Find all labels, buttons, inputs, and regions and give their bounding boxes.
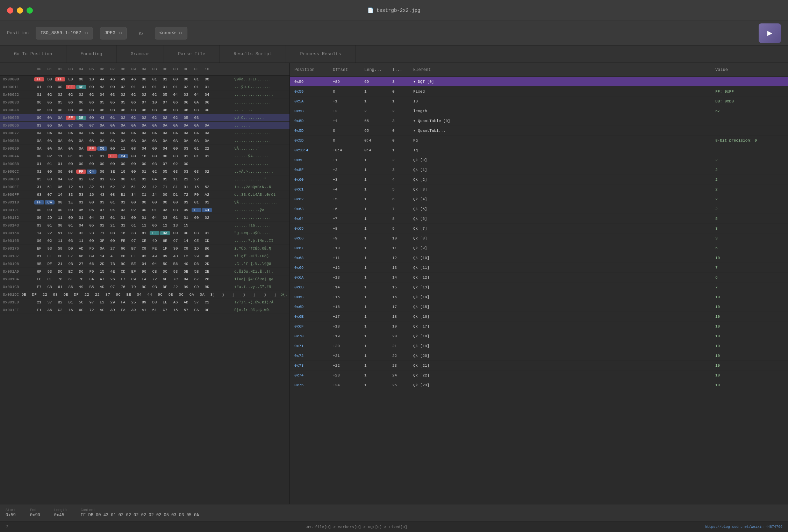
hex-byte[interactable]: 03 [171, 170, 180, 174]
hex-byte[interactable]: 0A [197, 293, 207, 297]
hex-byte[interactable]: 0A [66, 146, 76, 151]
hex-byte[interactable]: 1D [192, 246, 201, 251]
hex-row[interactable]: 0x000EE31610612A132416213512342718191155… [0, 183, 289, 191]
hex-byte[interactable]: 08 [171, 208, 180, 212]
hex-byte[interactable]: 02 [76, 177, 86, 181]
maximize-button[interactable] [27, 7, 33, 14]
hex-byte[interactable]: F1 [34, 308, 44, 312]
hex-byte[interactable]: 1A [66, 308, 76, 312]
hex-byte[interactable]: 00 [181, 162, 191, 166]
hex-byte[interactable]: DF [160, 285, 170, 289]
hex-byte[interactable]: 0A [192, 131, 201, 135]
hex-byte[interactable]: 9C [118, 262, 128, 266]
hex-byte[interactable]: 04 [76, 223, 86, 228]
hex-byte[interactable]: 24 [150, 193, 159, 197]
hex-row[interactable]: 0x00000FFD8FFE000104A4649460001010000010… [0, 76, 289, 83]
hex-byte[interactable]: 0A [192, 123, 201, 128]
hex-byte[interactable]: 2D [202, 262, 212, 266]
hex-byte[interactable]: 76 [55, 277, 65, 281]
hex-byte[interactable]: j [218, 293, 228, 297]
hex-byte[interactable]: 76 [118, 285, 128, 289]
hex-byte[interactable]: EE [45, 254, 55, 258]
hex-byte[interactable]: 08 [150, 108, 159, 112]
hex-byte[interactable]: 00 [150, 200, 159, 204]
hex-byte[interactable]: 0A [160, 123, 170, 128]
hex-row[interactable]: 0x00132002D11000104030101000104030101000… [0, 214, 289, 222]
hex-byte[interactable]: 01 [97, 154, 107, 158]
results-row[interactable]: 0x65+819 Qk [7]3 [290, 224, 788, 233]
play-button[interactable]: ▶ [759, 23, 781, 43]
hex-byte[interactable]: 01 [139, 85, 149, 89]
hex-row[interactable]: 0x000770A0A0A0A0A0A0A0A0A0A0A0A0A0A0A0A0… [0, 129, 289, 137]
hex-byte[interactable]: 03 [181, 170, 191, 174]
hex-byte[interactable]: 66 [118, 246, 128, 251]
hex-byte[interactable]: 02 [55, 93, 65, 97]
hex-byte[interactable]: 00 [34, 154, 44, 158]
hex-byte[interactable]: j [271, 293, 280, 297]
hex-byte[interactable]: 01 [108, 200, 117, 204]
hex-byte[interactable]: 0A [45, 131, 55, 135]
results-row[interactable]: 0x69+12113 Qk [11]7 [290, 263, 788, 273]
hex-byte[interactable]: 15 [171, 308, 180, 312]
hex-byte[interactable]: FF [34, 200, 44, 204]
hex-byte[interactable]: 06 [34, 100, 44, 105]
hex-byte[interactable]: 03 [97, 200, 107, 204]
hex-byte[interactable]: 93 [171, 269, 180, 274]
hex-byte[interactable]: 23 [139, 185, 149, 189]
hex-byte[interactable]: 37 [45, 300, 55, 304]
hex-byte[interactable]: 05 [97, 100, 107, 105]
hex-row[interactable]: 0x001CBF7C8618649B5AD9776799C9BDF2299C9B… [0, 283, 289, 291]
hex-byte[interactable]: 00 [34, 208, 44, 212]
hex-row[interactable]: 0x0006603050A0706070A0A0A0A0A0A0A0A0A0A0… [0, 122, 289, 129]
hex-body[interactable]: 0x00000FFD8FFE000104A4649460001010000010… [0, 76, 289, 504]
hex-byte[interactable]: 00 [171, 77, 180, 81]
hex-byte[interactable]: 4E [108, 269, 117, 274]
hex-byte[interactable]: 02 [150, 93, 159, 97]
hex-byte[interactable]: 00 [45, 170, 55, 174]
hex-byte[interactable]: 0A [139, 131, 149, 135]
hex-byte[interactable]: B9 [87, 254, 96, 258]
hex-byte[interactable]: 02 [87, 177, 96, 181]
hex-byte[interactable]: 63 [34, 193, 44, 197]
hex-byte[interactable]: 08 [76, 108, 86, 112]
hex-byte[interactable]: 34 [129, 193, 138, 197]
hex-byte[interactable]: 01 [192, 200, 201, 204]
hex-byte[interactable]: 01 [192, 85, 201, 89]
hex-byte[interactable]: 25 [129, 300, 138, 304]
hex-byte[interactable]: 9C [139, 285, 149, 289]
hex-byte[interactable]: 37 [192, 300, 201, 304]
hex-row[interactable]: 0x001FEF1A6C21A6C72ACADFAA9A161C71557EA9… [0, 306, 289, 314]
hex-byte[interactable]: 81 [139, 231, 149, 235]
hex-byte[interactable]: 02 [129, 93, 138, 97]
hex-byte[interactable]: 08 [66, 108, 76, 112]
hex-byte[interactable]: B1 [118, 193, 128, 197]
hex-byte[interactable]: 0A [108, 123, 117, 128]
hex-byte[interactable]: 0A [66, 139, 76, 143]
hex-byte[interactable]: 00 [108, 85, 117, 89]
hex-byte[interactable]: 66 [87, 262, 96, 266]
hex-byte[interactable]: 03 [192, 116, 201, 120]
hex-byte[interactable]: 04 [171, 93, 180, 97]
hex-byte[interactable]: 00 [192, 216, 201, 220]
hex-row[interactable]: 0x000FF6307143353164308B134C12400D172F0A… [0, 191, 289, 199]
hex-byte[interactable]: C1 [139, 193, 149, 197]
results-row[interactable]: 0x5D:4+0:40:41 Tq [290, 145, 788, 155]
hex-byte[interactable]: B6 [171, 262, 180, 266]
hex-byte[interactable]: 0A [150, 123, 159, 128]
hex-byte[interactable]: 00 [87, 85, 96, 89]
hex-byte[interactable]: 11 [76, 239, 86, 243]
hex-byte[interactable]: 03 [160, 216, 170, 220]
hex-byte[interactable]: 01 [192, 146, 201, 151]
hex-byte[interactable]: 01 [108, 216, 117, 220]
results-row[interactable]: 0x60+314 Qk [2]2 [290, 175, 788, 185]
hex-byte[interactable]: 06 [34, 108, 44, 112]
hex-byte[interactable]: CD [202, 239, 212, 243]
hex-byte[interactable]: 03 [118, 208, 128, 212]
hex-byte[interactable]: 08 [181, 108, 191, 112]
hex-byte[interactable]: 08 [108, 231, 117, 235]
hex-byte[interactable]: 61 [129, 223, 138, 228]
hex-byte[interactable]: 0A [55, 116, 65, 120]
hex-byte[interactable]: C9 [129, 277, 138, 281]
hex-byte[interactable]: 00 [181, 77, 191, 81]
hex-byte[interactable]: 0A [202, 123, 212, 128]
